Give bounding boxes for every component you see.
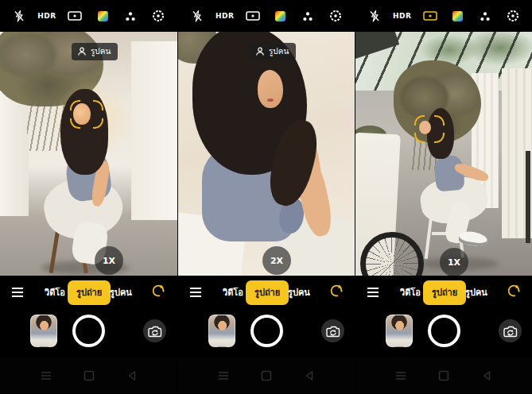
composition-frame-icon[interactable]	[65, 6, 84, 25]
nav-recents-icon[interactable]	[437, 369, 450, 382]
zoom-level-button[interactable]: 2X	[262, 246, 291, 275]
lens-options-icon[interactable]	[121, 6, 140, 25]
settings-gear-icon[interactable]	[503, 6, 522, 25]
camera-app-triptych: HDR รูปคน 1X	[0, 0, 532, 394]
shutter-button[interactable]	[428, 315, 460, 347]
nav-menu-icon[interactable]	[40, 369, 52, 382]
face-detect-frame	[70, 100, 103, 129]
ai-beauty-icon[interactable]	[329, 283, 344, 300]
zoom-level-button[interactable]: 1X	[440, 248, 468, 276]
gallery-thumbnail[interactable]	[30, 315, 57, 347]
viewfinder[interactable]: 1X	[355, 32, 532, 276]
camera-screen-3: HDR 1X วิดี	[355, 0, 532, 394]
menu-icon[interactable]	[11, 286, 24, 301]
settings-gear-icon[interactable]	[149, 6, 168, 25]
mode-tab-portrait[interactable]: รูปคน	[110, 285, 132, 299]
hdr-toggle[interactable]: HDR	[216, 6, 235, 25]
person-icon	[77, 47, 87, 56]
top-toolbar: HDR	[178, 0, 355, 32]
mode-tab-photo-active[interactable]: รูปถ่าย	[423, 280, 466, 305]
zoom-level-label: 1X	[103, 256, 115, 266]
nav-back-icon[interactable]	[126, 369, 138, 382]
nav-recents-icon[interactable]	[260, 369, 273, 382]
mode-bar: วิดีโอ รูปถ่าย รูปคน	[0, 276, 177, 306]
color-filter-icon[interactable]	[270, 6, 289, 25]
hdr-toggle[interactable]: HDR	[393, 6, 412, 25]
mode-tab-video[interactable]: วิดีโอ	[45, 285, 65, 299]
capture-controls	[0, 306, 177, 357]
composition-frame-icon[interactable]	[243, 6, 262, 25]
shutter-button[interactable]	[250, 315, 283, 347]
nav-recents-icon[interactable]	[83, 369, 95, 382]
subject-badge-label: รูปคน	[269, 45, 289, 57]
subject-badge-label: รูปคน	[91, 45, 111, 57]
filter-swatch	[98, 11, 108, 21]
color-filter-icon[interactable]	[448, 6, 467, 25]
gallery-thumbnail[interactable]	[208, 315, 235, 347]
top-toolbar: HDR	[355, 0, 532, 32]
color-filter-icon[interactable]	[93, 6, 112, 25]
flash-off-icon[interactable]	[10, 6, 29, 25]
mode-tab-video[interactable]: วิดีโอ	[223, 285, 243, 299]
flash-off-icon[interactable]	[365, 6, 384, 25]
hdr-label: HDR	[37, 12, 56, 20]
menu-icon[interactable]	[367, 286, 379, 301]
viewfinder[interactable]: รูปคน 2X	[178, 32, 355, 276]
system-nav-bar	[178, 357, 355, 394]
system-nav-bar	[355, 357, 532, 394]
subject-detect-badge: รูปคน	[72, 43, 118, 60]
mode-tab-photo-active[interactable]: รูปถ่าย	[68, 280, 111, 305]
zoom-level-label: 1X	[448, 257, 460, 268]
top-toolbar: HDR	[0, 0, 177, 32]
zoom-level-label: 2X	[270, 256, 283, 266]
person-icon	[255, 47, 265, 56]
mode-tab-video[interactable]: วิดีโอ	[400, 285, 421, 299]
scene-photo	[0, 32, 177, 276]
mode-tab-portrait[interactable]: รูปคน	[465, 285, 487, 299]
menu-icon[interactable]	[189, 286, 202, 301]
capture-controls	[178, 306, 355, 357]
viewfinder[interactable]: รูปคน 1X	[0, 32, 177, 276]
face-detect-frame	[414, 115, 445, 143]
mode-bar: วิดีโอ รูปถ่าย รูปคน	[178, 276, 355, 306]
shutter-button[interactable]	[72, 315, 105, 347]
nav-menu-icon[interactable]	[217, 369, 230, 382]
scene-photo	[178, 32, 355, 276]
switch-camera-button[interactable]	[321, 319, 344, 342]
camera-screen-1: HDR รูปคน 1X	[0, 0, 177, 394]
hdr-toggle[interactable]: HDR	[37, 6, 56, 25]
composition-frame-icon-active[interactable]	[421, 6, 440, 25]
ai-beauty-icon[interactable]	[151, 283, 165, 300]
flash-off-icon[interactable]	[188, 6, 207, 25]
lens-options-icon[interactable]	[476, 6, 495, 25]
mode-tab-photo-active[interactable]: รูปถ่าย	[246, 280, 289, 305]
capture-controls	[355, 306, 532, 357]
nav-menu-icon[interactable]	[394, 369, 407, 382]
mode-bar: วิดีโอ รูปถ่าย รูปคน	[355, 276, 532, 306]
hdr-label: HDR	[216, 12, 234, 20]
hdr-label: HDR	[393, 12, 411, 20]
switch-camera-button[interactable]	[499, 319, 522, 342]
nav-back-icon[interactable]	[303, 369, 316, 382]
settings-gear-icon[interactable]	[326, 6, 345, 25]
ai-beauty-icon[interactable]	[507, 283, 521, 300]
zoom-level-button[interactable]: 1X	[95, 246, 123, 275]
filter-swatch	[275, 11, 285, 21]
nav-back-icon[interactable]	[480, 369, 493, 382]
filter-swatch	[452, 11, 463, 21]
scene-photo	[355, 32, 532, 276]
switch-camera-button[interactable]	[143, 319, 166, 342]
mode-tab-portrait[interactable]: รูปคน	[288, 285, 310, 299]
camera-screen-2: HDR รูปคน 2X ว	[177, 0, 355, 394]
system-nav-bar	[0, 357, 177, 394]
lens-options-icon[interactable]	[298, 6, 317, 25]
subject-detect-badge: รูปคน	[250, 43, 296, 60]
gallery-thumbnail[interactable]	[386, 315, 413, 347]
